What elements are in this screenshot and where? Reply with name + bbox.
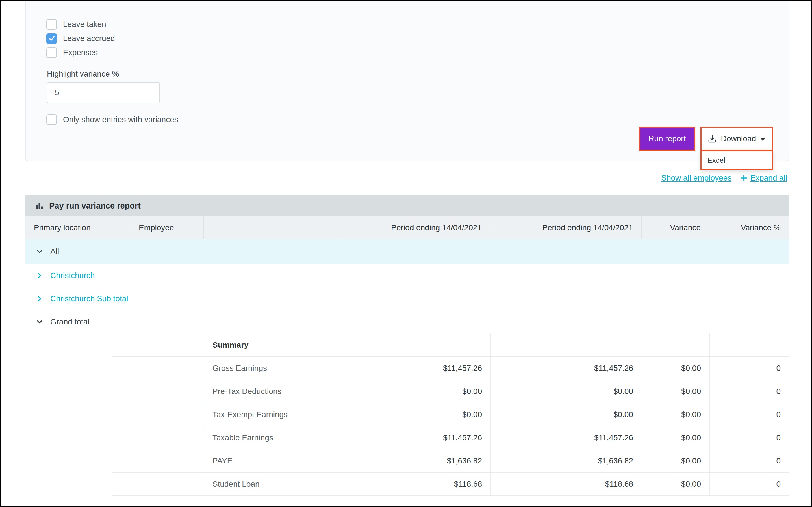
group-label-all: All <box>50 247 59 256</box>
expenses-checkbox[interactable] <box>46 48 57 58</box>
expand-all-link[interactable]: Expand all <box>740 173 787 182</box>
group-row-all[interactable]: All <box>25 239 789 264</box>
variance-value: $0.00 <box>642 449 709 472</box>
group-row-christchurch[interactable]: Christchurch <box>25 264 789 287</box>
group-label-christchurch: Christchurch <box>50 271 95 280</box>
highlight-variance-input[interactable] <box>47 82 160 103</box>
col-variance-pct: Variance % <box>709 217 789 239</box>
variance-value: $0.00 <box>642 426 709 449</box>
download-menu: Excel <box>700 150 773 170</box>
variance-pct-value: 0 <box>709 357 789 380</box>
report-title-bar: Pay run variance report <box>25 195 789 217</box>
period-1-value: $1,636.82 <box>340 449 491 472</box>
period-1-value: $0.00 <box>340 403 491 426</box>
chevron-down-icon <box>36 247 44 256</box>
indent-cell <box>112 403 204 426</box>
row-label: PAYE <box>204 449 340 472</box>
empty-cell <box>491 334 642 356</box>
empty-cell <box>709 334 789 356</box>
run-report-button[interactable]: Run report <box>640 128 694 150</box>
table-row-paye: PAYE $1,636.82 $1,636.82 $0.00 0 <box>112 449 789 472</box>
leave-taken-checkbox[interactable] <box>46 19 57 30</box>
table-row-tax-exempt-earnings: Tax-Exempt Earnings $0.00 $0.00 $0.00 0 <box>112 403 789 426</box>
only-variances-label: Only show entries with variances <box>63 115 178 124</box>
checkbox-row-leave-accrued: Leave accrued <box>46 33 115 44</box>
variance-pct-value: 0 <box>709 472 789 495</box>
period-2-value: $0.00 <box>491 380 642 403</box>
table-row-student-loan: Student Loan $118.68 $118.68 $0.00 0 <box>112 472 789 496</box>
plus-icon <box>740 174 748 182</box>
download-dropdown: Download Excel <box>700 127 773 151</box>
chevron-right-icon <box>36 295 44 303</box>
variance-pct-value: 0 <box>709 426 789 449</box>
caret-down-icon <box>760 137 766 141</box>
period-2-value: $11,457.26 <box>491 357 642 380</box>
expand-all-label: Expand all <box>750 173 787 182</box>
indent-cell <box>112 334 204 356</box>
bar-chart-icon <box>35 202 44 210</box>
period-2-value: $1,636.82 <box>491 449 642 472</box>
summary-content: Summary Gross Earnings $11,457.26 $11,45… <box>112 334 789 496</box>
period-1-value: $11,457.26 <box>340 426 491 449</box>
chevron-right-icon <box>36 272 44 280</box>
empty-cell <box>340 334 491 356</box>
indent-cell <box>112 472 204 495</box>
table-header-row: Primary location Employee Period ending … <box>25 217 789 239</box>
row-label: Taxable Earnings <box>204 426 340 449</box>
leave-accrued-label: Leave accrued <box>63 34 115 43</box>
variance-pct-value: 0 <box>709 403 789 426</box>
variance-pct-value: 0 <box>709 380 789 403</box>
period-1-value: $118.68 <box>340 472 491 495</box>
col-employee: Employee <box>130 217 203 239</box>
table-links: Show all employees Expand all <box>661 172 787 184</box>
table-row-gross-earnings: Gross Earnings $11,457.26 $11,457.26 $0.… <box>112 357 789 380</box>
checkbox-row-leave-taken: Leave taken <box>46 19 106 30</box>
table-row-pre-tax-deductions: Pre-Tax Deductions $0.00 $0.00 $0.00 0 <box>112 380 789 403</box>
page: Leave taken Leave accrued Expenses Highl… <box>0 0 812 507</box>
summary-header-row: Summary <box>112 334 789 357</box>
show-all-employees-link[interactable]: Show all employees <box>661 173 732 182</box>
indent-column <box>25 334 112 496</box>
download-icon <box>708 134 717 143</box>
period-1-value: $0.00 <box>340 380 491 403</box>
chevron-down-icon <box>36 318 44 326</box>
col-primary-location: Primary location <box>25 217 130 239</box>
leave-taken-label: Leave taken <box>63 20 106 29</box>
row-label: Pre-Tax Deductions <box>204 380 340 403</box>
row-label: Tax-Exempt Earnings <box>204 403 340 426</box>
col-variance: Variance <box>641 217 709 239</box>
empty-cell <box>642 334 709 356</box>
checkbox-row-only-variances: Only show entries with variances <box>46 114 178 125</box>
variance-value: $0.00 <box>642 403 709 426</box>
check-icon <box>48 35 55 42</box>
col-period-1: Period ending 14/04/2021 <box>339 217 490 239</box>
download-button-label: Download <box>721 134 756 143</box>
group-row-grand-total[interactable]: Grand total <box>25 310 789 334</box>
expenses-label: Expenses <box>63 48 98 57</box>
period-2-value: $11,457.26 <box>491 426 642 449</box>
summary-label: Summary <box>204 334 340 356</box>
highlight-variance-label: Highlight variance % <box>47 69 119 78</box>
table-row-taxable-earnings: Taxable Earnings $11,457.26 $11,457.26 $… <box>112 426 789 449</box>
filter-actions: Run report Download Excel <box>639 127 773 151</box>
checkbox-row-expenses: Expenses <box>46 47 98 58</box>
download-menu-item-excel[interactable]: Excel <box>701 152 772 169</box>
variance-pct-value: 0 <box>709 449 789 472</box>
col-blank <box>203 217 339 239</box>
pay-run-variance-report: Pay run variance report Primary location… <box>25 195 790 496</box>
variance-value: $0.00 <box>642 472 709 495</box>
period-2-value: $0.00 <box>491 403 642 426</box>
grand-total-summary: Summary Gross Earnings $11,457.26 $11,45… <box>25 334 789 496</box>
run-report-highlight-box: Run report <box>639 127 695 151</box>
leave-accrued-checkbox[interactable] <box>46 33 57 44</box>
only-variances-checkbox[interactable] <box>46 114 57 125</box>
download-button[interactable]: Download <box>701 128 772 150</box>
group-label-grand-total: Grand total <box>50 317 89 326</box>
download-highlight-box: Download <box>700 127 773 151</box>
report-filter-panel: Leave taken Leave accrued Expenses Highl… <box>25 0 790 161</box>
indent-cell <box>112 426 204 449</box>
group-row-christchurch-subtotal[interactable]: Christchurch Sub total <box>25 287 789 310</box>
group-label-christchurch-subtotal: Christchurch Sub total <box>50 294 128 303</box>
indent-cell <box>112 357 204 380</box>
period-2-value: $118.68 <box>491 472 642 495</box>
